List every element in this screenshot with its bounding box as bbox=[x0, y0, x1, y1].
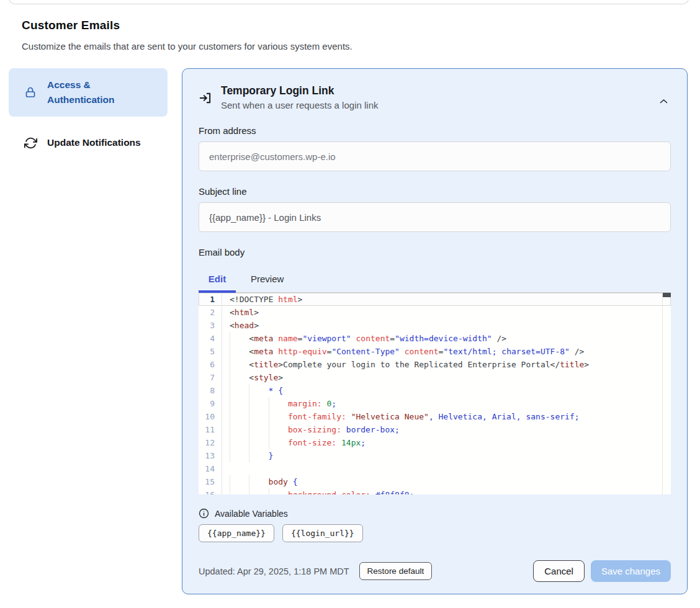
code-line[interactable]: 1<!DOCTYPE html> bbox=[199, 293, 671, 306]
indent-guide bbox=[230, 449, 249, 462]
email-settings-panel: Temporary Login Link Sent when a user re… bbox=[182, 68, 688, 594]
indent-guide bbox=[249, 475, 268, 488]
sync-icon bbox=[24, 136, 37, 150]
indent-guide bbox=[230, 384, 249, 397]
indent-guide bbox=[249, 436, 268, 449]
from-address-label: From address bbox=[199, 125, 671, 136]
code-text: <!DOCTYPE html> bbox=[222, 293, 302, 306]
code-text: <style> bbox=[222, 371, 283, 384]
code-line[interactable]: 12font-size: 14px; bbox=[199, 436, 671, 449]
indent-guide bbox=[269, 488, 288, 494]
page-header: Customer Emails Customize the emails tha… bbox=[22, 19, 580, 51]
line-number: 8 bbox=[199, 384, 222, 397]
editor-scrollbar-thumb[interactable] bbox=[663, 293, 671, 297]
line-number: 15 bbox=[199, 475, 222, 488]
code-text: } bbox=[222, 449, 273, 462]
code-line[interactable]: 3<head> bbox=[199, 319, 671, 332]
indent-guide bbox=[230, 358, 249, 371]
code-text: margin: 0; bbox=[222, 397, 336, 410]
save-changes-button[interactable]: Save changes bbox=[591, 560, 671, 582]
indent-guide bbox=[269, 410, 288, 423]
available-variables-label: Available Variables bbox=[215, 509, 288, 519]
indent-guide bbox=[230, 345, 249, 358]
sidebar: Access & Authentication Update Notificat… bbox=[9, 68, 168, 158]
available-variables-row: Available Variables bbox=[199, 508, 671, 519]
from-address-input[interactable] bbox=[199, 141, 671, 171]
line-number: 12 bbox=[199, 436, 222, 449]
indent-guide bbox=[230, 332, 249, 345]
line-number: 3 bbox=[199, 319, 222, 332]
code-line[interactable]: 16background-color: #f8f8f8; bbox=[199, 488, 671, 494]
code-text: <meta http-equiv="Content-Type" content=… bbox=[222, 345, 584, 358]
updated-timestamp: Updated: Apr 29, 2025, 1:18 PM MDT bbox=[199, 566, 349, 576]
cancel-button[interactable]: Cancel bbox=[533, 560, 585, 582]
code-line[interactable]: 14 bbox=[199, 462, 671, 475]
line-number: 6 bbox=[199, 358, 222, 371]
indent-guide bbox=[269, 423, 288, 436]
code-text bbox=[222, 462, 230, 475]
indent-guide bbox=[230, 397, 249, 410]
indent-guide bbox=[249, 384, 268, 397]
indent-guide bbox=[230, 371, 249, 384]
code-line[interactable]: 4<meta name="viewport" content="width=de… bbox=[199, 332, 671, 345]
code-line[interactable]: 10font-family: "Helvetica Neue", Helveti… bbox=[199, 410, 671, 423]
subject-line-input[interactable] bbox=[199, 202, 671, 232]
code-line[interactable]: 8* { bbox=[199, 384, 671, 397]
tab-edit[interactable]: Edit bbox=[199, 265, 236, 292]
indent-guide bbox=[249, 397, 268, 410]
indent-guide bbox=[269, 436, 288, 449]
login-icon bbox=[199, 91, 213, 106]
editor-scrollbar[interactable] bbox=[662, 293, 671, 494]
code-text: <head> bbox=[222, 319, 259, 332]
line-number: 9 bbox=[199, 397, 222, 410]
code-line[interactable]: 2<html> bbox=[199, 306, 671, 319]
info-icon[interactable] bbox=[199, 508, 209, 519]
code-line[interactable]: 6<title>Complete your login to the Repli… bbox=[199, 358, 671, 371]
code-text: body { bbox=[222, 475, 298, 488]
panel-subtitle: Sent when a user requests a login link bbox=[221, 100, 378, 110]
sidebar-item-update-notifications[interactable]: Update Notifications bbox=[9, 128, 168, 158]
variable-chip-app-name[interactable]: {{app_name}} bbox=[199, 524, 274, 542]
line-number: 11 bbox=[199, 423, 222, 436]
code-line[interactable]: 15body { bbox=[199, 475, 671, 488]
code-text: <html> bbox=[222, 306, 259, 319]
variable-chip-login-url[interactable]: {{login_url}} bbox=[282, 524, 363, 542]
indent-guide bbox=[249, 410, 268, 423]
email-body-label: Email body bbox=[199, 247, 671, 257]
email-body-tabs: Edit Preview bbox=[199, 265, 671, 292]
code-line[interactable]: 13} bbox=[199, 449, 671, 462]
line-number: 16 bbox=[199, 488, 222, 494]
panel-footer: Updated: Apr 29, 2025, 1:18 PM MDT Resto… bbox=[199, 560, 671, 582]
line-number: 4 bbox=[199, 332, 222, 345]
code-line[interactable]: 9margin: 0; bbox=[199, 397, 671, 410]
line-number: 10 bbox=[199, 410, 222, 423]
line-number: 14 bbox=[199, 462, 222, 475]
code-text: font-size: 14px; bbox=[222, 436, 366, 449]
previous-card-bottom-edge bbox=[9, 0, 689, 4]
page-title: Customer Emails bbox=[22, 19, 580, 32]
collapse-button[interactable] bbox=[657, 94, 671, 109]
code-editor[interactable]: 1<!DOCTYPE html>2<html>3<head>4<meta nam… bbox=[199, 292, 671, 494]
line-number: 7 bbox=[199, 371, 222, 384]
code-text: <meta name="viewport" content="width=dev… bbox=[222, 332, 506, 345]
code-text: * { bbox=[222, 384, 283, 397]
page: Customer Emails Customize the emails tha… bbox=[0, 0, 700, 608]
code-line[interactable]: 7<style> bbox=[199, 371, 671, 384]
code-editor-lines: 1<!DOCTYPE html>2<html>3<head>4<meta nam… bbox=[199, 293, 671, 494]
indent-guide bbox=[230, 475, 249, 488]
sidebar-item-label: Access & Authentication bbox=[47, 78, 146, 107]
indent-guide bbox=[230, 423, 249, 436]
line-number: 1 bbox=[199, 293, 222, 306]
page-subtitle: Customize the emails that are sent to yo… bbox=[22, 41, 580, 51]
indent-guide bbox=[230, 410, 249, 423]
restore-default-button[interactable]: Restore default bbox=[359, 562, 433, 580]
code-line[interactable]: 5<meta http-equiv="Content-Type" content… bbox=[199, 345, 671, 358]
indent-guide bbox=[249, 423, 268, 436]
indent-guide bbox=[249, 449, 268, 462]
tab-preview[interactable]: Preview bbox=[245, 265, 290, 292]
sidebar-item-label: Update Notifications bbox=[47, 135, 146, 150]
code-line[interactable]: 11box-sizing: border-box; bbox=[199, 423, 671, 436]
sidebar-item-access-authentication[interactable]: Access & Authentication bbox=[9, 68, 168, 117]
subject-line-label: Subject line bbox=[199, 186, 671, 197]
code-text: font-family: "Helvetica Neue", Helvetica… bbox=[222, 410, 580, 423]
